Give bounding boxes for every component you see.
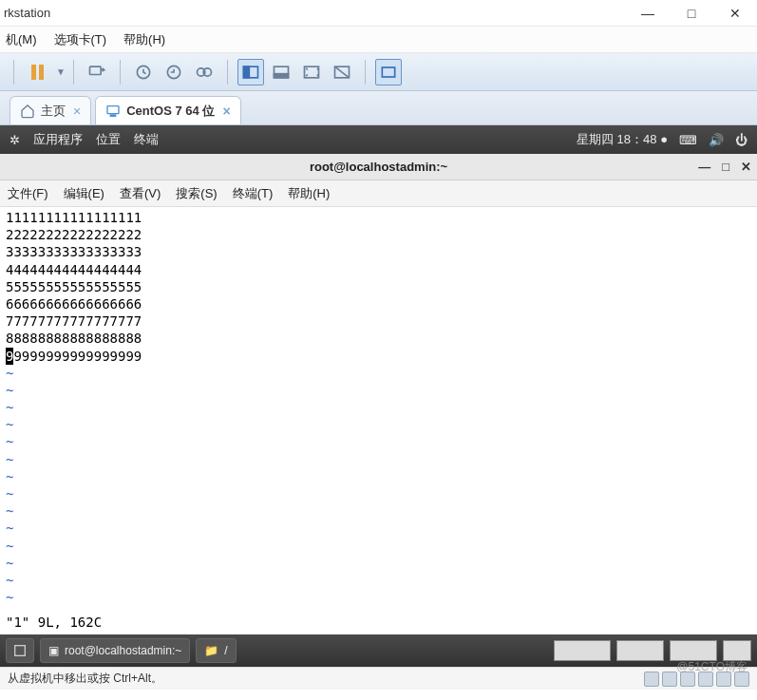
- term-line-cursor: 99999999999999999: [6, 348, 751, 365]
- vim-tilde: ~: [6, 416, 751, 433]
- menu-help[interactable]: 帮助(H): [123, 31, 165, 48]
- vm-gnome-topbar: ✲ 应用程序 位置 终端 星期四 18：48 ● ⌨ 🔊 ⏻: [0, 125, 757, 154]
- snapshot-manager-button[interactable]: [191, 59, 218, 85]
- vim-tilde: ~: [6, 589, 751, 606]
- tab-centos-label: CentOS 7 64 位: [126, 103, 215, 120]
- term-line: 77777777777777777: [6, 312, 751, 330]
- term-menu-terminal[interactable]: 终端(T): [233, 185, 274, 202]
- terminal-content[interactable]: 11111111111111111 22222222222222222 3333…: [0, 207, 757, 634]
- terminal-minimize-button[interactable]: —: [698, 160, 710, 174]
- terminal-menubar: 文件(F) 编辑(E) 查看(V) 搜索(S) 终端(T) 帮助(H): [0, 180, 757, 207]
- network-icon[interactable]: ⌨: [679, 133, 697, 147]
- term-line: 22222222222222222: [6, 226, 751, 243]
- vim-tilde: ~: [6, 572, 751, 589]
- vim-tilde: ~: [6, 538, 751, 555]
- vm-bottom-taskbar: ▣ root@localhostadmin:~ 📁 /: [0, 634, 757, 667]
- vim-tilde: ~: [6, 433, 751, 450]
- term-menu-edit[interactable]: 编辑(E): [64, 185, 104, 202]
- window-minimize-button[interactable]: —: [626, 0, 670, 27]
- vm-activities-icon[interactable]: ✲: [9, 133, 20, 147]
- tray-box[interactable]: [616, 640, 664, 661]
- svg-rect-8: [274, 73, 288, 77]
- statusbar-hint: 从虚拟机中移出或按 Ctrl+Alt。: [8, 671, 162, 687]
- term-menu-search[interactable]: 搜索(S): [176, 185, 217, 202]
- view-fullscreen-button[interactable]: [298, 59, 325, 85]
- window-title: rkstation: [4, 6, 50, 20]
- window-close-button[interactable]: ✕: [713, 0, 757, 27]
- vim-tilde: ~: [6, 485, 751, 502]
- vm-location-menu[interactable]: 位置: [96, 131, 121, 148]
- vm-apps-menu[interactable]: 应用程序: [33, 131, 83, 148]
- terminal-maximize-button[interactable]: □: [722, 160, 729, 174]
- vm-terminal-menu[interactable]: 终端: [134, 131, 159, 148]
- vim-tilde: ~: [6, 451, 751, 468]
- watermark-text: @51CTO博客: [676, 659, 748, 675]
- vm-clock[interactable]: 星期四 18：48 ●: [577, 131, 668, 148]
- tray-device-icon[interactable]: [644, 672, 659, 687]
- svg-rect-14: [111, 115, 116, 116]
- view-sidebar-button[interactable]: [237, 59, 264, 85]
- send-ctrl-alt-del-button[interactable]: [84, 59, 110, 85]
- svg-rect-6: [243, 66, 249, 78]
- taskbar-item-terminal[interactable]: ▣ root@localhostadmin:~: [40, 638, 190, 663]
- app-menubar: 机(M) 选项卡(T) 帮助(H): [0, 27, 757, 53]
- host-statusbar: 从虚拟机中移出或按 Ctrl+Alt。: [0, 667, 757, 690]
- tray-device-icon[interactable]: [662, 672, 677, 687]
- terminal-window-title: root@localhostadmin:~: [310, 160, 447, 174]
- snapshot-take-button[interactable]: [130, 59, 157, 85]
- svg-rect-12: [382, 67, 394, 77]
- svg-rect-13: [107, 105, 119, 113]
- term-line: 44444444444444444: [6, 261, 751, 278]
- term-line: 66666666666666666: [6, 295, 751, 312]
- pause-dropdown[interactable]: ▼: [56, 66, 66, 77]
- vim-tilde: ~: [6, 555, 751, 572]
- term-line: 33333333333333333: [6, 243, 751, 260]
- volume-icon[interactable]: 🔊: [709, 133, 724, 147]
- vim-tilde: ~: [6, 468, 751, 485]
- tab-home-close[interactable]: ×: [73, 104, 81, 119]
- vim-tilde: ~: [6, 502, 751, 520]
- tab-centos-close[interactable]: ×: [222, 104, 230, 119]
- taskbar-item-files[interactable]: 📁 /: [196, 638, 236, 663]
- vim-tilde: ~: [6, 382, 751, 399]
- view-console-button[interactable]: [268, 59, 294, 85]
- tab-home[interactable]: 主页 ×: [9, 96, 91, 124]
- term-menu-view[interactable]: 查看(V): [120, 185, 161, 202]
- window-titlebar: rkstation — □ ✕: [0, 0, 757, 27]
- term-line: 55555555555555555: [6, 278, 751, 295]
- view-unity-button[interactable]: [329, 59, 355, 85]
- term-menu-help[interactable]: 帮助(H): [288, 185, 330, 202]
- power-icon[interactable]: ⏻: [735, 133, 748, 147]
- svg-rect-0: [89, 66, 101, 74]
- term-line: 88888888888888888: [6, 330, 751, 347]
- tab-home-label: 主页: [41, 103, 66, 120]
- tab-strip: 主页 × CentOS 7 64 位 ×: [0, 91, 757, 125]
- vim-tilde: ~: [6, 399, 751, 416]
- terminal-close-button[interactable]: ✕: [741, 160, 751, 174]
- snapshot-revert-button[interactable]: [161, 59, 187, 85]
- terminal-icon: ▣: [48, 644, 59, 657]
- view-thumbnail-button[interactable]: [375, 59, 402, 85]
- menu-tabs[interactable]: 选项卡(T): [54, 31, 107, 48]
- vim-statusline: "1" 9L, 162C: [6, 614, 102, 631]
- vm-icon: [105, 104, 121, 119]
- home-icon: [20, 104, 35, 119]
- window-maximize-button[interactable]: □: [670, 0, 713, 27]
- pause-button[interactable]: [24, 59, 50, 85]
- terminal-window-titlebar: root@localhostadmin:~ — □ ✕: [0, 154, 757, 180]
- term-menu-file[interactable]: 文件(F): [8, 185, 48, 202]
- menu-machine[interactable]: 机(M): [6, 31, 37, 48]
- app-toolbar: ▼: [0, 53, 757, 91]
- vim-tilde: ~: [6, 365, 751, 382]
- tray-box[interactable]: [554, 640, 611, 661]
- svg-line-11: [334, 66, 349, 78]
- tab-centos[interactable]: CentOS 7 64 位 ×: [95, 96, 240, 124]
- show-desktop-button[interactable]: [6, 638, 34, 663]
- svg-rect-15: [15, 646, 26, 656]
- tray-box[interactable]: [723, 640, 751, 661]
- term-line: 11111111111111111: [6, 209, 751, 226]
- folder-icon: 📁: [204, 644, 218, 657]
- tray-box[interactable]: [670, 640, 717, 661]
- vim-tilde: ~: [6, 520, 751, 537]
